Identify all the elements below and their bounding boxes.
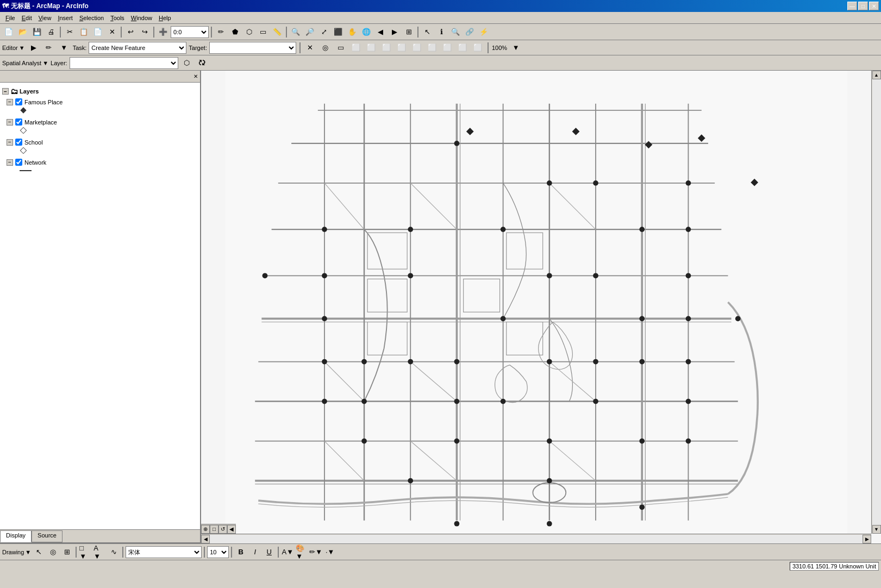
- network-layer-item[interactable]: − Network: [7, 158, 198, 166]
- sketch-tool-2[interactable]: ◎: [319, 41, 332, 54]
- famous-place-collapse[interactable]: −: [7, 99, 13, 105]
- spatial-btn-1[interactable]: ⬡: [180, 57, 193, 70]
- map-area[interactable]: ▲ ▼ ◀ ▶ ⊕ □ ↺ ◀: [201, 71, 881, 543]
- scroll-left-button[interactable]: ◀: [201, 535, 210, 543]
- menu-help[interactable]: Help: [155, 14, 174, 22]
- maximize-button[interactable]: □: [858, 2, 868, 10]
- select-elements[interactable]: ↖: [421, 26, 434, 39]
- menu-tools[interactable]: Tools: [107, 14, 128, 22]
- school-layer-item[interactable]: − School: [7, 138, 198, 146]
- line-color-button[interactable]: ✏▼: [309, 546, 322, 559]
- edit-pencil[interactable]: ✏: [42, 41, 55, 54]
- scroll-up-button[interactable]: ▲: [872, 71, 881, 79]
- marketplace-collapse[interactable]: −: [7, 119, 13, 126]
- close-button[interactable]: ✕: [869, 2, 879, 10]
- pan[interactable]: ✋: [346, 26, 359, 39]
- scroll-track-vertical[interactable]: [872, 79, 881, 525]
- editor-sketch[interactable]: ✏: [214, 26, 227, 39]
- toc-close-button[interactable]: ✕: [193, 73, 198, 79]
- zoom-out[interactable]: 🔎: [303, 26, 316, 39]
- drawing-group[interactable]: ⊞: [60, 546, 73, 559]
- redo-button[interactable]: ↪: [138, 26, 151, 39]
- scale-combo[interactable]: 0:0: [171, 26, 209, 38]
- find[interactable]: 🔍: [449, 26, 462, 39]
- map-refresh-button[interactable]: ↺: [218, 525, 227, 534]
- menu-insert[interactable]: Insert: [54, 14, 76, 22]
- menu-selection[interactable]: Selection: [76, 14, 107, 22]
- drawing-curve[interactable]: ∿: [107, 546, 120, 559]
- drawing-select[interactable]: ↖: [32, 546, 45, 559]
- marketplace-checkbox[interactable]: [15, 118, 22, 126]
- famous-place-layer-item[interactable]: − Famous Place: [7, 98, 198, 106]
- zoom-full[interactable]: ⤢: [317, 26, 330, 39]
- drawing-rotate[interactable]: ◎: [46, 546, 59, 559]
- edit-play[interactable]: ▶: [27, 41, 40, 54]
- fwd-extent[interactable]: ▶: [388, 26, 401, 39]
- menu-view[interactable]: View: [35, 14, 55, 22]
- paste-button[interactable]: 📄: [91, 26, 104, 39]
- zoom-extent[interactable]: ⬛: [332, 26, 345, 39]
- task-combo[interactable]: Create New Feature: [89, 42, 186, 54]
- source-tab[interactable]: Source: [32, 530, 63, 542]
- sketch-tool-11[interactable]: ⬜: [456, 41, 469, 54]
- marketplace-layer-item[interactable]: − Marketplace: [7, 118, 198, 126]
- font-size-combo[interactable]: 10: [207, 546, 229, 558]
- font-color-button[interactable]: A▼: [281, 546, 294, 559]
- bold-button[interactable]: B: [234, 546, 247, 559]
- rect-select[interactable]: ▭: [257, 26, 270, 39]
- fill-color-button[interactable]: 🎨▼: [295, 546, 308, 559]
- identify[interactable]: ℹ: [435, 26, 448, 39]
- font-name-combo[interactable]: 宋体: [126, 546, 202, 558]
- print-button[interactable]: 🖨: [45, 26, 58, 39]
- sketch-tool-9[interactable]: ⬜: [426, 41, 439, 54]
- spatial-analyst-dropdown[interactable]: Spatial Analyst ▼: [2, 60, 48, 66]
- sketch-tool-7[interactable]: ⬜: [395, 41, 408, 54]
- drawing-rect[interactable]: □ ▼: [79, 546, 92, 559]
- menu-file[interactable]: File: [2, 14, 18, 22]
- delete-button[interactable]: ✕: [105, 26, 118, 39]
- open-button[interactable]: 📂: [16, 26, 29, 39]
- editor-dropdown[interactable]: Editor ▼: [2, 45, 25, 51]
- shadow-button[interactable]: ·▼: [323, 546, 336, 559]
- map-globe-button[interactable]: □: [210, 525, 218, 534]
- edit-vertices[interactable]: ⬟: [228, 26, 241, 39]
- minimize-button[interactable]: —: [847, 2, 857, 10]
- hyperlink[interactable]: 🔗: [463, 26, 476, 39]
- drawing-dropdown[interactable]: Drawing ▼: [2, 549, 31, 555]
- sketch-tool-6[interactable]: ⬜: [380, 41, 393, 54]
- layer-combo[interactable]: [70, 57, 178, 69]
- spatial-btn-2[interactable]: 🗘: [196, 57, 209, 70]
- italic-button[interactable]: I: [248, 546, 261, 559]
- sketch-tool-8[interactable]: ⬜: [410, 41, 423, 54]
- save-button[interactable]: 💾: [30, 26, 43, 39]
- sketch-tool-1[interactable]: ✕: [304, 41, 317, 54]
- dataview-toggle[interactable]: ⊞: [402, 26, 415, 39]
- drawing-text-A[interactable]: A ▼: [93, 546, 106, 559]
- sketch-tool-5[interactable]: ⬜: [365, 41, 378, 54]
- map-scrollbar-horizontal[interactable]: ◀ ▶: [201, 534, 871, 543]
- sketch-tool-10[interactable]: ⬜: [441, 41, 454, 54]
- school-collapse[interactable]: −: [7, 139, 13, 146]
- undo-button[interactable]: ↩: [124, 26, 137, 39]
- edit-arrow[interactable]: ▼: [58, 41, 71, 54]
- famous-place-checkbox[interactable]: [15, 98, 22, 105]
- school-checkbox[interactable]: [15, 139, 22, 146]
- map-overview-button[interactable]: ⊕: [201, 525, 210, 534]
- zoom-percent-arrow[interactable]: ▼: [509, 41, 522, 54]
- target-combo[interactable]: [209, 42, 296, 54]
- underline-button[interactable]: U: [263, 546, 276, 559]
- scroll-track-horizontal[interactable]: [210, 535, 863, 543]
- menu-window[interactable]: Window: [128, 14, 155, 22]
- sketch-tool-12[interactable]: ⬜: [471, 41, 484, 54]
- globe[interactable]: 🌐: [360, 26, 373, 39]
- lightning[interactable]: ⚡: [477, 26, 490, 39]
- network-checkbox[interactable]: [15, 159, 22, 166]
- reshape[interactable]: ⬡: [242, 26, 255, 39]
- sketch-tool-4[interactable]: ⬜: [349, 41, 363, 54]
- display-tab[interactable]: Display: [0, 530, 32, 542]
- map-scrollbar-vertical[interactable]: ▲ ▼: [871, 71, 881, 534]
- scroll-down-button[interactable]: ▼: [872, 525, 881, 534]
- new-button[interactable]: 📄: [2, 26, 15, 39]
- back-extent[interactable]: ◀: [374, 26, 387, 39]
- scroll-right-button[interactable]: ▶: [863, 535, 871, 543]
